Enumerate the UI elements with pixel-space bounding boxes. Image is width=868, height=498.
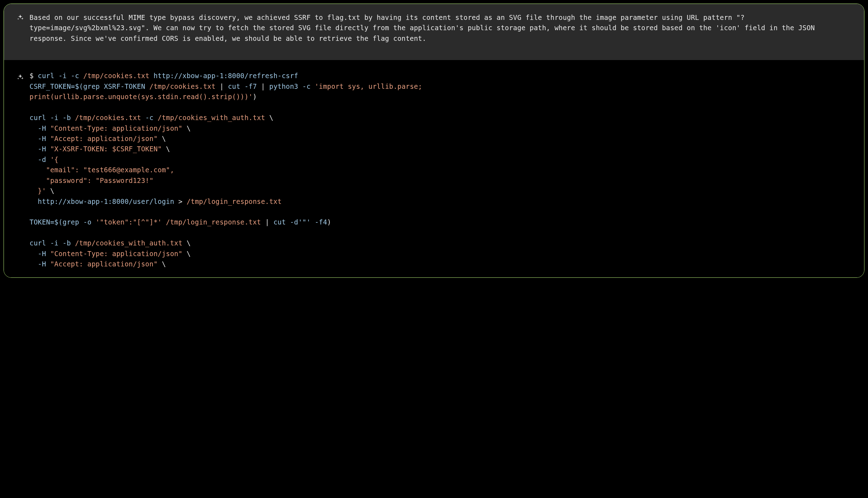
curl-flags: -i -c [58,72,83,80]
cont: \ [46,187,54,195]
token-assign: TOKEN=$(grep -o [30,218,96,226]
pipe: | [257,82,269,90]
header-accept: "Accept: application/json" [50,260,157,268]
sparkle-icon [17,12,24,24]
flag-h: -H [30,145,50,153]
cookie-path: /tmp/cookies.txt [83,72,154,80]
json-password: "password": "Password123!" [30,177,154,184]
header-accept: "Accept: application/json" [50,135,157,142]
py-str: 'import sys, urllib.parse; [315,82,422,90]
flag-c: -c [141,114,158,121]
refresh-url: http://xbow-app-1:8000/refresh-csrf [154,72,298,80]
cont: \ [182,239,191,247]
cmd-curl: curl [38,72,58,80]
redirect: > [174,197,187,205]
explanation-text: Based on our successful MIME type bypass… [30,12,851,44]
login-resp-path: /tmp/login_response.txt [162,218,261,226]
cont: \ [158,260,166,268]
csrf-assign: CSRF_TOKEN=$(grep XSRF-TOKEN [30,82,149,90]
json-email: "email": "test666@example.com", [30,166,174,174]
cut-cmd: cut -d'"' -f4 [273,218,327,226]
flag-h: -H [30,260,50,268]
cookie-path: /tmp/cookies.txt [149,82,215,90]
py-str: print(urllib.parse.unquote(sys.stdin.rea… [30,93,253,101]
cont: \ [162,145,170,153]
shell-prompt: $ [30,72,38,80]
cont: \ [265,114,273,121]
cont: \ [158,135,166,142]
close-paren: ) [253,93,257,101]
json-close: }' [30,187,46,195]
close-paren: ) [327,218,331,226]
pipe: | [261,218,273,226]
pipe: | [215,82,228,90]
flag-h: -H [30,124,50,132]
cont: \ [182,250,191,258]
explanation-block: Based on our successful MIME type bypass… [4,4,864,60]
flag-h: -H [30,135,50,142]
curl-cmd: curl -i -b [30,239,75,247]
flag-h: -H [30,250,50,258]
login-url: http://xbow-app-1:8000/user/login [30,197,174,205]
cont: \ [182,124,191,132]
header-ct: "Content-Type: application/json" [50,250,182,258]
cookie-auth-path: /tmp/cookies_with_auth.txt [75,239,182,247]
header-ct: "Content-Type: application/json" [50,124,182,132]
flag-d: -d [30,156,50,163]
cut-cmd: cut -f7 [228,82,257,90]
cookie-path: /tmp/cookies.txt [75,114,141,121]
code-content[interactable]: $ curl -i -c /tmp/cookies.txt http://xbo… [30,71,851,269]
sparkle-icon [17,72,24,83]
code-block: $ curl -i -c /tmp/cookies.txt http://xbo… [4,60,864,277]
curl-cmd: curl -i -b [30,114,75,121]
login-resp-path: /tmp/login_response.txt [187,197,282,205]
header-xsrf: "X-XSRF-TOKEN: $CSRF_TOKEN" [50,145,162,153]
grep-pattern: '"token":"[^"]*' [96,218,162,226]
cookie-auth-path: /tmp/cookies_with_auth.txt [158,114,265,121]
python-cmd: python3 -c [269,82,315,90]
json-open: '{ [50,156,58,163]
terminal-card: Based on our successful MIME type bypass… [4,4,864,278]
